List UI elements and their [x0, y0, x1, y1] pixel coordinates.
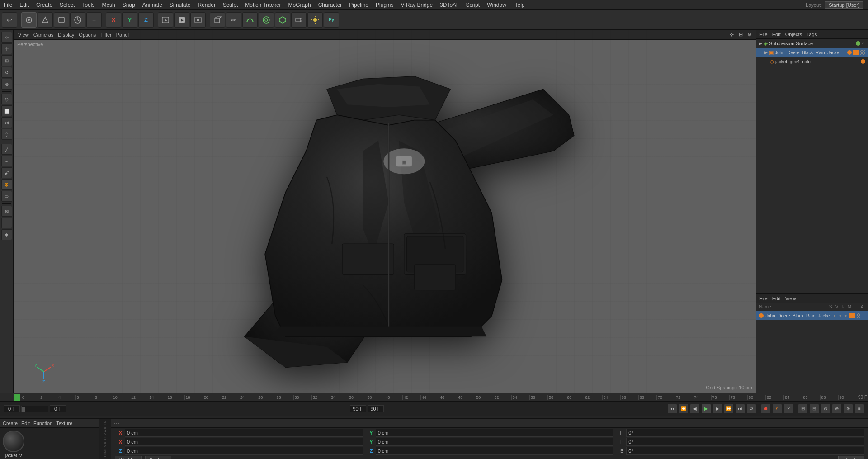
- z-constraint-button[interactable]: Z: [138, 12, 154, 28]
- menu-item-pipeline[interactable]: Pipeline: [345, 1, 372, 9]
- prev-frame-button[interactable]: ⏪: [679, 404, 689, 414]
- play-button[interactable]: ▶: [701, 404, 711, 414]
- cube-button[interactable]: [210, 12, 225, 28]
- spline-button[interactable]: [242, 12, 258, 28]
- menu-item-script[interactable]: Script: [462, 1, 483, 9]
- layout-preset[interactable]: Startup [User]: [825, 1, 863, 9]
- scene-menu-tags[interactable]: Tags: [805, 31, 818, 38]
- x-constraint-button[interactable]: X: [106, 12, 121, 28]
- y-constraint-button[interactable]: Y: [122, 12, 137, 28]
- paint-tool-button[interactable]: $: [1, 179, 12, 190]
- transform-mode-dropdown[interactable]: Scale: [145, 456, 171, 459]
- menu-item-render[interactable]: Render: [194, 1, 219, 9]
- obj-menu-edit[interactable]: Edit: [771, 295, 782, 302]
- fps-display[interactable]: [350, 405, 366, 412]
- record-button[interactable]: ⏺: [761, 404, 771, 414]
- rotate-tool-button[interactable]: ↺: [1, 67, 12, 78]
- camera-button[interactable]: [291, 12, 307, 28]
- h-input[interactable]: [626, 429, 864, 437]
- brush-tool-button[interactable]: 🖌: [1, 167, 12, 178]
- menu-item-create[interactable]: Create: [33, 1, 56, 9]
- menu-item-plugins[interactable]: Plugins: [372, 1, 397, 9]
- menu-item-help[interactable]: Help: [510, 1, 528, 9]
- light-button[interactable]: [307, 12, 323, 28]
- apply-button[interactable]: Apply: [838, 456, 864, 459]
- edit-mode-button[interactable]: [38, 12, 53, 28]
- viewport-menu-view[interactable]: View: [16, 31, 31, 38]
- knife-tool-button[interactable]: ⋮: [1, 218, 12, 228]
- loop-mode-button[interactable]: ⊙: [821, 404, 830, 414]
- tweak-tool-button[interactable]: ⊠: [1, 206, 12, 217]
- frame-display[interactable]: [50, 405, 66, 412]
- undo-button[interactable]: ↩: [2, 12, 17, 28]
- line-tool-button[interactable]: ╱: [1, 144, 12, 155]
- y-pos-input[interactable]: [376, 429, 614, 437]
- model-mode-button[interactable]: [21, 12, 37, 28]
- scene-menu-objects[interactable]: Objects: [784, 31, 803, 38]
- menu-item-3dtoall[interactable]: 3DToAll: [436, 1, 462, 9]
- menu-item-select[interactable]: Select: [56, 1, 78, 9]
- z2-pos-input[interactable]: [376, 447, 614, 455]
- menu-item-motion tracker[interactable]: Motion Tracker: [241, 1, 284, 9]
- viewport[interactable]: View Cameras Display Options Filter Pane…: [14, 30, 756, 393]
- render-button[interactable]: [174, 12, 189, 28]
- transform-tool-button[interactable]: ⊕: [1, 79, 12, 90]
- live-selection-button[interactable]: ◎: [1, 94, 12, 104]
- magnet-tool-button[interactable]: ⊃: [1, 191, 12, 202]
- prev-key-button[interactable]: ◀: [690, 404, 700, 414]
- viewport-fit-button[interactable]: ⊹: [728, 31, 735, 38]
- reverse-play-button[interactable]: ↺: [746, 404, 756, 414]
- select-tool-button[interactable]: ⊹: [1, 32, 12, 43]
- key-mode-button[interactable]: ⊟: [809, 404, 819, 414]
- menu-item-snap[interactable]: Snap: [119, 1, 139, 9]
- texture-mode-button[interactable]: [54, 12, 69, 28]
- go-to-end-button[interactable]: ⏭: [735, 404, 745, 414]
- viewport-menu-display[interactable]: Display: [56, 31, 76, 38]
- current-frame-input[interactable]: [4, 405, 20, 412]
- polygon-selection-button[interactable]: ⬡: [1, 129, 12, 140]
- pen-tool-button[interactable]: ✒: [1, 156, 12, 166]
- next-frame-button[interactable]: ⏩: [724, 404, 734, 414]
- coord-system-dropdown[interactable]: World: [115, 456, 142, 459]
- end-frame-input[interactable]: [368, 405, 384, 412]
- pen-button[interactable]: ✏: [226, 12, 241, 28]
- menu-item-tools[interactable]: Tools: [78, 1, 98, 9]
- menu-item-animate[interactable]: Animate: [139, 1, 166, 9]
- obj-vis-s[interactable]: ●: [833, 313, 836, 318]
- python-button[interactable]: Py: [324, 12, 339, 28]
- b-input[interactable]: [626, 447, 864, 455]
- viewport-menu-filter[interactable]: Filter: [99, 31, 113, 38]
- mat-menu-texture[interactable]: Texture: [56, 421, 72, 426]
- scene-item-jacket[interactable]: ▶ ▣ John_Deere_Black_Rain_Jacket: [756, 48, 868, 57]
- preview-mode-button[interactable]: ⊕: [832, 404, 842, 414]
- obj-vis-v[interactable]: ●: [838, 313, 842, 318]
- scene-item-geo[interactable]: ⬡ jacket_geo4_color: [756, 57, 868, 66]
- field-button[interactable]: [275, 12, 290, 28]
- viewport-menu-cameras[interactable]: Cameras: [32, 31, 56, 38]
- mat-menu-create[interactable]: Create: [3, 421, 18, 426]
- p-input[interactable]: [626, 438, 864, 446]
- frame-slider[interactable]: [21, 406, 48, 412]
- material-item-jacket[interactable]: jacket_v: [3, 431, 24, 458]
- render-view-button[interactable]: [158, 12, 173, 28]
- plus-button[interactable]: +: [86, 12, 102, 28]
- timeline-settings-button[interactable]: ≡: [854, 404, 864, 414]
- object-row-jacket[interactable]: John_Deere_Black_Rain_Jacket ● ● ● ⋯: [756, 311, 868, 320]
- menu-item-character[interactable]: Character: [315, 1, 346, 9]
- mat-menu-edit[interactable]: Edit: [21, 421, 30, 426]
- scale-tool-button[interactable]: ⊞: [1, 55, 12, 66]
- menu-item-window[interactable]: Window: [483, 1, 510, 9]
- obj-vis-r[interactable]: ●: [844, 313, 848, 318]
- z-pos-input[interactable]: [125, 447, 363, 455]
- menu-item-edit[interactable]: Edit: [16, 1, 33, 9]
- help-button[interactable]: ?: [783, 404, 793, 414]
- move-tool-button[interactable]: ✛: [1, 43, 12, 54]
- viewport-settings-button[interactable]: ⚙: [746, 31, 753, 38]
- menu-item-file[interactable]: File: [0, 1, 16, 9]
- scene-menu-file[interactable]: File: [758, 31, 769, 38]
- render-mode-button[interactable]: ⊛: [843, 404, 853, 414]
- go-to-start-button[interactable]: ⏮: [667, 404, 677, 414]
- deformer-button[interactable]: [259, 12, 274, 28]
- mat-menu-function[interactable]: Function: [33, 421, 52, 426]
- menu-item-simulate[interactable]: Simulate: [166, 1, 194, 9]
